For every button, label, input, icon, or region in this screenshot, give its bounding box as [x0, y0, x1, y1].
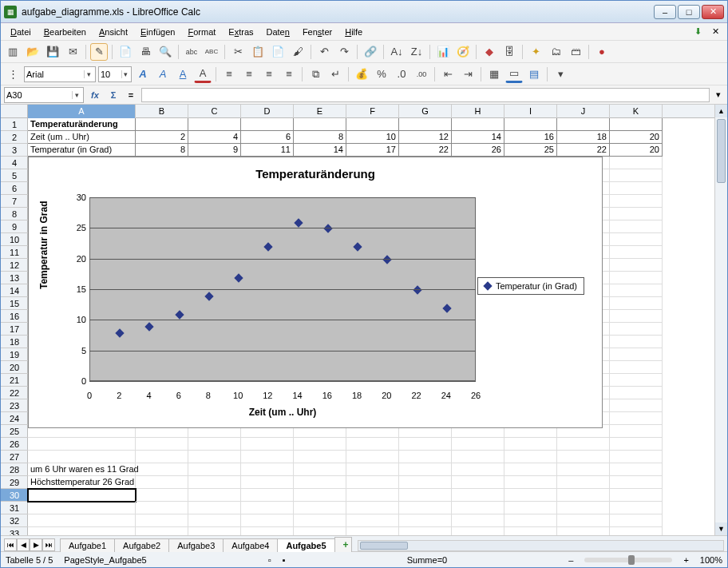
menu-einfuegen[interactable]: Einfügen: [136, 26, 180, 38]
tab-next-button[interactable]: ▶: [30, 538, 42, 551]
decrease-indent-button[interactable]: ⇤: [439, 66, 457, 83]
spreadsheet-grid[interactable]: ABCDEFGHIJK 1234567891011121314151617181…: [1, 105, 727, 535]
cell-C30[interactable]: [188, 489, 241, 502]
row-header-7[interactable]: 7: [1, 195, 28, 208]
cell-K11[interactable]: [610, 246, 663, 259]
cell-H31[interactable]: [452, 502, 504, 514]
borders-button[interactable]: ▦: [485, 66, 503, 83]
cell-E1[interactable]: [294, 118, 346, 131]
cell-I26[interactable]: [504, 438, 557, 451]
percent-button[interactable]: %: [373, 66, 390, 83]
align-right-button[interactable]: ≡: [260, 66, 278, 83]
font-name-combo[interactable]: ▾: [24, 66, 96, 82]
cell-K14[interactable]: [610, 284, 663, 297]
cut-button[interactable]: ✂: [229, 43, 247, 61]
column-header-E[interactable]: E: [294, 105, 346, 118]
row-header-20[interactable]: 20: [1, 361, 28, 374]
cell-C1[interactable]: [188, 118, 241, 131]
cell-K31[interactable]: [610, 502, 663, 514]
cell-G30[interactable]: [399, 489, 452, 502]
cell-K33[interactable]: [610, 527, 663, 535]
close-button[interactable]: ✕: [702, 5, 724, 19]
download-icon[interactable]: ⬇: [690, 25, 705, 39]
cell-F33[interactable]: [346, 527, 399, 535]
cell-F32[interactable]: [346, 514, 399, 527]
merge-cells-button[interactable]: ⧉: [307, 66, 324, 83]
cell-I1[interactable]: [504, 118, 557, 131]
cell-J28[interactable]: [557, 463, 610, 476]
cell-C3[interactable]: 9: [188, 144, 241, 157]
cell-B26[interactable]: [136, 438, 188, 451]
cell-A29[interactable]: Höchsttemperatur 26 Grad: [28, 476, 136, 489]
column-header-I[interactable]: I: [504, 105, 557, 118]
cell-A28[interactable]: um 6 Uhr waren es 11 Grad: [28, 463, 136, 476]
italic-button[interactable]: A: [154, 66, 172, 83]
undo-button[interactable]: ↶: [315, 43, 333, 61]
row-header-26[interactable]: 26: [1, 438, 28, 451]
row-header-9[interactable]: 9: [1, 220, 28, 233]
cell-D26[interactable]: [241, 438, 294, 451]
tab-first-button[interactable]: ⏮: [4, 538, 17, 551]
row-header-4[interactable]: 4: [1, 157, 28, 169]
sheet-tab-aufgabe1[interactable]: Aufgabe1: [60, 538, 115, 552]
row-header-18[interactable]: 18: [1, 336, 28, 348]
row-header-19[interactable]: 19: [1, 348, 28, 361]
chevron-down-icon[interactable]: ▾: [84, 70, 93, 78]
cell-C2[interactable]: 4: [188, 131, 241, 144]
zoom-slider[interactable]: [584, 558, 672, 562]
cell-K25[interactable]: [610, 425, 663, 438]
row-header-5[interactable]: 5: [1, 169, 28, 182]
row-header-1[interactable]: 1: [1, 118, 28, 131]
cell-D30[interactable]: [241, 489, 294, 502]
cell-J29[interactable]: [557, 476, 610, 489]
cell-K6[interactable]: [610, 182, 663, 195]
save-button[interactable]: 💾: [44, 43, 61, 61]
mail-button[interactable]: ✉: [64, 43, 81, 61]
cell-F29[interactable]: [346, 476, 399, 489]
cell-F26[interactable]: [346, 438, 399, 451]
cell-H30[interactable]: [452, 489, 504, 502]
navigator-button[interactable]: 🧭: [454, 43, 472, 61]
font-color-button[interactable]: A: [194, 66, 212, 83]
chart-button[interactable]: 📊: [434, 43, 452, 61]
cell-B3[interactable]: 8: [136, 144, 188, 157]
new-button[interactable]: ▥: [4, 43, 22, 61]
cell-K1[interactable]: [610, 118, 663, 131]
cell-D28[interactable]: [241, 463, 294, 476]
menu-fenster[interactable]: Fenster: [298, 26, 337, 38]
hscroll-thumb[interactable]: [360, 542, 408, 550]
navigator2-button[interactable]: 🗂: [547, 43, 564, 61]
cell-K7[interactable]: [610, 195, 663, 208]
close-document-icon[interactable]: ✕: [708, 25, 722, 39]
copy-button[interactable]: 📋: [249, 43, 267, 61]
row-header-25[interactable]: 25: [1, 425, 28, 438]
row-header-21[interactable]: 21: [1, 374, 28, 387]
scroll-up-icon[interactable]: ▲: [715, 105, 727, 117]
formula-dropdown-icon[interactable]: ▾: [713, 89, 724, 100]
gallery2-button[interactable]: 🗃: [567, 43, 584, 61]
menu-extras[interactable]: Extras: [224, 26, 258, 38]
cell-E31[interactable]: [294, 502, 346, 514]
cell-K13[interactable]: [610, 272, 663, 284]
cell-F28[interactable]: [346, 463, 399, 476]
cell-A30[interactable]: [28, 489, 136, 502]
tab-last-button[interactable]: ⏭: [42, 538, 55, 551]
insert-mode-icon[interactable]: ▫: [268, 555, 271, 565]
cell-C26[interactable]: [188, 438, 241, 451]
cell-K22[interactable]: [610, 387, 663, 399]
row-header-24[interactable]: 24: [1, 412, 28, 425]
cell-I2[interactable]: 16: [504, 131, 557, 144]
format-paint-button[interactable]: 🖌: [289, 43, 307, 61]
cell-K23[interactable]: [610, 399, 663, 412]
cell-K3[interactable]: 20: [610, 144, 663, 157]
cell-K32[interactable]: [610, 514, 663, 527]
bold-button[interactable]: A: [134, 66, 152, 83]
align-left-button[interactable]: ≡: [220, 66, 238, 83]
cell-H27[interactable]: [452, 451, 504, 463]
cell-C33[interactable]: [188, 527, 241, 535]
cell-C27[interactable]: [188, 451, 241, 463]
styles-button[interactable]: ✦: [527, 43, 544, 61]
cell-B30[interactable]: [136, 489, 188, 502]
column-header-H[interactable]: H: [452, 105, 504, 118]
column-header-D[interactable]: D: [241, 105, 294, 118]
